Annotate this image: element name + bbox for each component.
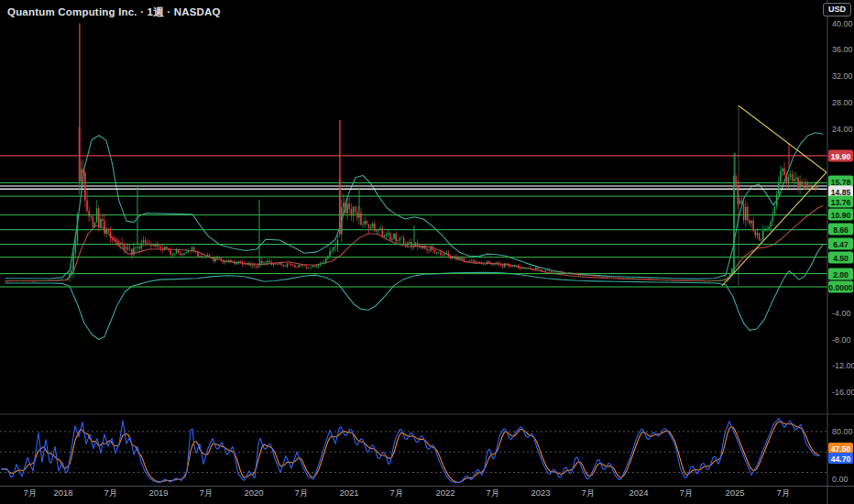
candle-body — [337, 240, 339, 247]
candle-body — [580, 275, 582, 276]
candle-body — [372, 224, 374, 228]
candle-body — [455, 257, 457, 259]
candle-body — [249, 263, 251, 265]
candle-body — [386, 234, 388, 236]
candle-body — [761, 240, 762, 241]
candle-body — [776, 194, 778, 206]
candle-body — [93, 216, 94, 227]
candle-body — [48, 280, 49, 281]
candle-body — [273, 264, 275, 265]
candle-body — [244, 264, 246, 265]
candle-body — [28, 281, 30, 282]
candle-body — [236, 263, 238, 264]
currency-toggle-button[interactable]: USD — [823, 3, 851, 16]
candle-body — [553, 272, 554, 273]
candle-body — [576, 274, 578, 275]
candle-body — [586, 275, 587, 276]
candle-body — [71, 270, 72, 273]
candle-body — [696, 280, 698, 281]
candle-body — [141, 243, 143, 249]
candle-body — [257, 266, 259, 268]
candle-body — [135, 247, 137, 248]
candle-body — [114, 237, 115, 238]
candle-body — [159, 245, 160, 247]
candle-body — [426, 249, 428, 250]
candle-body — [724, 279, 726, 280]
candle-body — [96, 208, 98, 222]
price-label-pill: 19.90 — [828, 150, 853, 162]
candle-body — [358, 213, 360, 217]
candle-body — [157, 245, 159, 247]
candle-body — [81, 169, 82, 181]
candle-body — [34, 281, 36, 282]
candle-body — [331, 250, 333, 251]
candle-body — [568, 272, 570, 273]
candle-body — [603, 277, 605, 278]
candle-body — [370, 227, 372, 228]
candle-body — [747, 207, 749, 221]
candle-body — [794, 179, 795, 181]
candle-body — [514, 266, 516, 267]
price-chart-canvas[interactable]: 40.0036.0032.0028.0024.00-4.00-8.00-12.0… — [0, 0, 854, 504]
price-label-text: 19.90 — [831, 152, 851, 161]
candle-body — [719, 279, 721, 280]
candle-body — [545, 270, 547, 272]
price-label-text: 0.0000 — [828, 283, 853, 292]
candle-body — [69, 274, 71, 279]
candle-body — [601, 277, 603, 278]
candle-body — [445, 253, 447, 254]
candle-body — [263, 263, 265, 264]
candle-body — [500, 265, 502, 266]
candle-body — [356, 212, 358, 217]
candle-body — [181, 255, 183, 256]
candle-body — [188, 250, 190, 252]
candle-body — [620, 278, 622, 279]
time-label: 2023 — [531, 488, 550, 498]
time-label: 2020 — [244, 488, 263, 498]
candle-body — [63, 279, 65, 280]
candle-body — [148, 244, 150, 245]
candle-body — [750, 221, 752, 224]
candle-body — [395, 234, 397, 241]
candle-body — [94, 223, 96, 227]
time-label: 7月 — [200, 488, 214, 498]
candle-body — [440, 252, 442, 254]
candle-body — [296, 268, 298, 268]
candle-body — [422, 247, 424, 249]
candle-body — [570, 272, 572, 273]
candle-body — [259, 261, 261, 266]
candle-body — [306, 267, 308, 268]
candle-body — [88, 211, 90, 216]
candle-body — [127, 247, 129, 249]
candle-body — [512, 267, 514, 268]
candle-body — [240, 261, 242, 262]
price-label-text: 4.50 — [833, 254, 849, 263]
candle-body — [452, 256, 454, 258]
candle-body — [246, 264, 247, 265]
time-label: 2019 — [148, 488, 168, 498]
candle-body — [558, 271, 560, 272]
candle-body — [282, 265, 284, 266]
candle-body — [376, 230, 378, 231]
price-label-pill: 4.50 — [828, 252, 853, 264]
candle-body — [197, 252, 199, 257]
candle-body — [549, 269, 551, 271]
candle-body — [574, 274, 575, 275]
candle-body — [382, 228, 384, 236]
candle-body — [343, 203, 345, 207]
candle-body — [360, 213, 362, 225]
candle-body — [223, 260, 224, 262]
candle-body — [407, 243, 409, 245]
candle-body — [362, 225, 364, 225]
candle-body — [461, 258, 463, 259]
candle-body — [627, 279, 629, 279]
candle-body — [642, 279, 644, 279]
price-tick-label: 32.00 — [832, 71, 853, 81]
candle-body — [411, 242, 412, 247]
candle-body — [300, 265, 301, 266]
time-label: 7月 — [24, 488, 38, 498]
candle-body — [60, 279, 61, 280]
candle-body — [609, 277, 611, 278]
candle-body — [782, 169, 783, 171]
chart-window: Quantum Computing Inc. · 1週 · NASDAQ USD… — [0, 0, 854, 504]
